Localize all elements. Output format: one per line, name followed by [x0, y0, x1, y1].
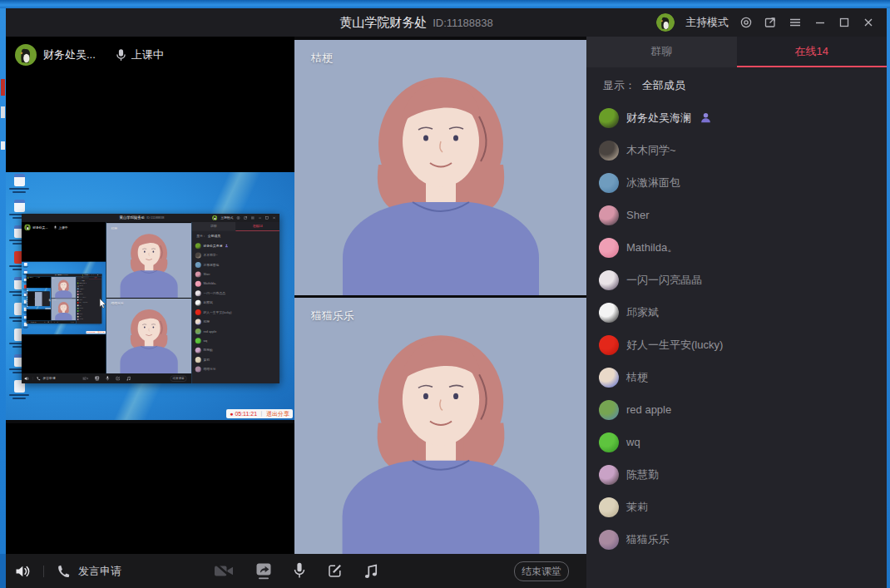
end-class-button[interactable]: 结束课堂 — [171, 376, 186, 382]
gear-icon[interactable] — [739, 16, 753, 29]
member-row[interactable]: 好人一生平安(lucky) — [191, 308, 279, 317]
menu-icon[interactable] — [250, 216, 255, 220]
music-note-icon[interactable] — [126, 376, 131, 381]
screen-share-video[interactable]: 黄山学院财务处 ID:11188838 主持模式 — [6, 172, 294, 423]
member-row[interactable]: 猫猫乐乐 — [586, 523, 887, 556]
member-row[interactable]: red apple — [586, 393, 887, 426]
screen-share-icon[interactable] — [47, 321, 49, 323]
nested-app-window: 黄山学院财务处 ID:11188838 主持模式 — [22, 214, 279, 383]
member-filter-row[interactable]: 显示： 全部成员 — [586, 67, 887, 96]
member-row[interactable]: 陈慧勤 — [191, 345, 279, 354]
member-row[interactable]: 财务处吴海澜 — [191, 241, 279, 250]
maximize-icon[interactable] — [838, 16, 851, 29]
speaker-icon[interactable] — [24, 376, 29, 381]
member-name: 一闪一闪亮晶晶 — [203, 291, 225, 295]
microphone-icon[interactable] — [51, 321, 52, 323]
speaker-icon[interactable] — [27, 321, 28, 323]
video-feed[interactable]: 猫猫乐乐 — [106, 299, 192, 373]
exit-share-button[interactable]: 退出分享 — [48, 309, 50, 309]
member-row[interactable]: 猫猫乐乐 — [76, 318, 101, 320]
tab-online-members[interactable]: 在线14 — [737, 37, 888, 67]
camera-off-icon[interactable] — [82, 376, 88, 381]
exit-share-button[interactable]: 退出分享 — [98, 332, 105, 334]
member-row[interactable]: 邱家斌 — [586, 296, 887, 329]
member-row[interactable]: 陈慧勤 — [586, 458, 887, 491]
member-row[interactable]: 邱家斌 — [191, 298, 279, 307]
member-row[interactable]: 好人一生平安(lucky) — [586, 329, 887, 361]
member-row[interactable]: 冰激淋面包 — [191, 260, 279, 269]
video-feed[interactable]: 桔梗 — [294, 40, 586, 295]
minimize-icon[interactable] — [258, 216, 262, 220]
screen-share-video[interactable]: 黄山学院财务处 ID:11188838 主持模式 — [22, 262, 106, 335]
popout-icon[interactable] — [764, 16, 777, 29]
exit-share-button[interactable]: 退出分享 — [266, 411, 289, 417]
member-avatar — [195, 329, 201, 334]
member-name: Mathilda。 — [79, 294, 83, 295]
member-row[interactable]: 桔梗 — [191, 317, 279, 326]
microphone-icon[interactable] — [293, 562, 306, 580]
member-row[interactable]: 桔梗 — [586, 361, 887, 393]
screen-share-icon[interactable] — [95, 376, 100, 381]
video-feed[interactable]: 猫猫乐乐 — [51, 299, 76, 320]
whiteboard-edit-icon[interactable] — [54, 321, 56, 323]
member-row[interactable]: 木木同学~ — [191, 250, 279, 259]
member-row[interactable]: wq — [191, 336, 279, 345]
speaker-icon[interactable] — [14, 563, 32, 580]
camera-off-icon[interactable] — [214, 563, 235, 579]
member-row[interactable]: 茉莉 — [586, 491, 887, 523]
video-feed[interactable]: 桔梗 — [106, 223, 192, 298]
filter-value: 全部成员 — [81, 280, 84, 281]
member-row[interactable]: 财务处吴海澜 — [586, 101, 887, 134]
share-timer-badge[interactable]: ● 05:11:21 丨 退出分享 — [226, 409, 293, 418]
maximize-icon[interactable] — [265, 216, 269, 220]
member-row[interactable]: Mathilda。 — [191, 279, 279, 288]
member-filter-row[interactable]: 显示： 全部成员 — [191, 231, 279, 240]
member-row[interactable]: red apple — [191, 327, 279, 336]
video-feed[interactable]: 桔梗 — [51, 277, 76, 299]
share-timer-badge[interactable]: ● 05:11:21 丨 退出分享 — [45, 309, 51, 309]
phone-icon[interactable] — [31, 322, 32, 324]
gear-icon[interactable] — [236, 216, 240, 220]
host-avatar — [212, 215, 217, 220]
speech-request-label[interactable]: 发言申请 — [78, 564, 121, 579]
member-row[interactable]: 冰激淋面包 — [586, 166, 887, 199]
member-row[interactable]: 木木同学~ — [586, 134, 887, 166]
member-row[interactable]: 猫猫乐乐 — [191, 364, 279, 373]
phone-icon[interactable] — [37, 376, 41, 380]
member-name: 木木同学~ — [203, 253, 217, 257]
minimize-icon[interactable] — [813, 16, 827, 29]
close-icon[interactable] — [862, 16, 875, 29]
popout-icon[interactable] — [244, 216, 248, 220]
screen-share-video[interactable]: ● 05:11:21 丨 退出分享 — [27, 288, 52, 309]
menu-icon[interactable] — [788, 16, 803, 29]
tab-group-chat[interactable]: 群聊 — [76, 276, 88, 279]
speech-request-label[interactable]: 发言申请 — [42, 376, 55, 380]
phone-icon[interactable] — [56, 564, 71, 579]
member-row[interactable]: Sher — [191, 269, 279, 279]
whiteboard-edit-icon[interactable] — [116, 376, 121, 381]
member-row[interactable]: Sher — [586, 199, 887, 231]
microphone-icon[interactable] — [106, 376, 110, 381]
tab-online-members[interactable]: 在线14 — [235, 222, 279, 231]
close-icon[interactable] — [272, 216, 276, 220]
end-class-button[interactable]: 结束课堂 — [70, 321, 75, 323]
member-row[interactable]: 一闪一闪亮晶晶 — [191, 289, 279, 298]
camera-off-icon[interactable] — [44, 321, 46, 323]
member-row[interactable]: 茉莉 — [191, 355, 279, 364]
whiteboard-edit-icon[interactable] — [327, 563, 343, 579]
tab-group-chat[interactable]: 群聊 — [191, 222, 235, 231]
member-row[interactable]: Mathilda。 — [586, 231, 887, 264]
end-class-button[interactable]: 结束课堂 — [514, 561, 569, 581]
tab-group-chat[interactable]: 群聊 — [586, 37, 737, 67]
member-avatar — [195, 262, 201, 268]
member-name: 冰激淋面包 — [79, 288, 84, 289]
video-feed[interactable]: 猫猫乐乐 — [294, 298, 586, 554]
tab-online-members[interactable]: 在线14 — [89, 276, 101, 279]
member-row[interactable]: 一闪一闪亮晶晶 — [586, 264, 887, 296]
screen-share-icon[interactable] — [255, 562, 272, 580]
speech-request-label[interactable]: 发言申请 — [32, 322, 36, 324]
music-note-icon[interactable] — [57, 321, 58, 323]
member-row[interactable]: wq — [586, 426, 887, 458]
share-timer-badge[interactable]: ● 05:11:21 丨 退出分享 — [87, 331, 106, 334]
music-note-icon[interactable] — [363, 563, 378, 579]
